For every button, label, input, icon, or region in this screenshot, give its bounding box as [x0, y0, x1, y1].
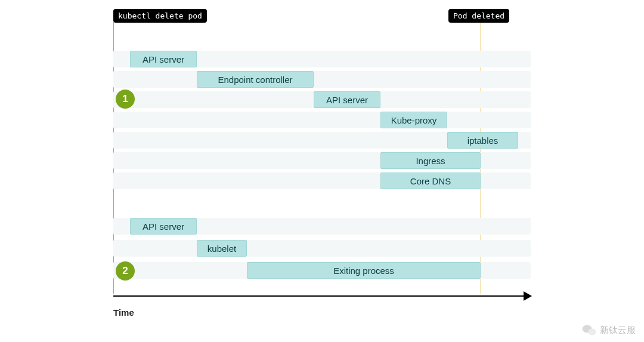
end-tag: Pod deleted: [448, 9, 509, 23]
bar-api-server: API server: [130, 218, 197, 235]
bar-api-server: API server: [314, 91, 380, 108]
bar-kubelet: kubelet: [197, 240, 247, 257]
bar-ingress: Ingress: [380, 152, 481, 169]
watermark: 新钛云服: [582, 324, 636, 336]
group-number-2: 2: [116, 261, 135, 281]
timeline-diagram: kubectl delete pod Pod deleted API serve…: [113, 18, 531, 313]
svg-point-1: [589, 329, 596, 335]
time-axis: [113, 295, 531, 297]
bar-exiting-process: Exiting process: [247, 262, 481, 279]
start-tag: kubectl delete pod: [113, 9, 207, 23]
track-row: [113, 112, 531, 128]
track-row: [113, 240, 531, 257]
bar-endpoint-controller: Endpoint controller: [197, 71, 314, 88]
track-row: [113, 71, 531, 88]
wechat-icon: [582, 324, 596, 336]
group-number-1: 1: [116, 90, 135, 109]
watermark-text: 新钛云服: [600, 325, 636, 336]
bar-core-dns: Core DNS: [380, 172, 481, 189]
bar-kube-proxy: Kube-proxy: [380, 112, 447, 128]
bar-api-server: API server: [130, 51, 197, 67]
time-axis-label: Time: [113, 307, 134, 318]
bar-iptables: iptables: [447, 132, 518, 149]
